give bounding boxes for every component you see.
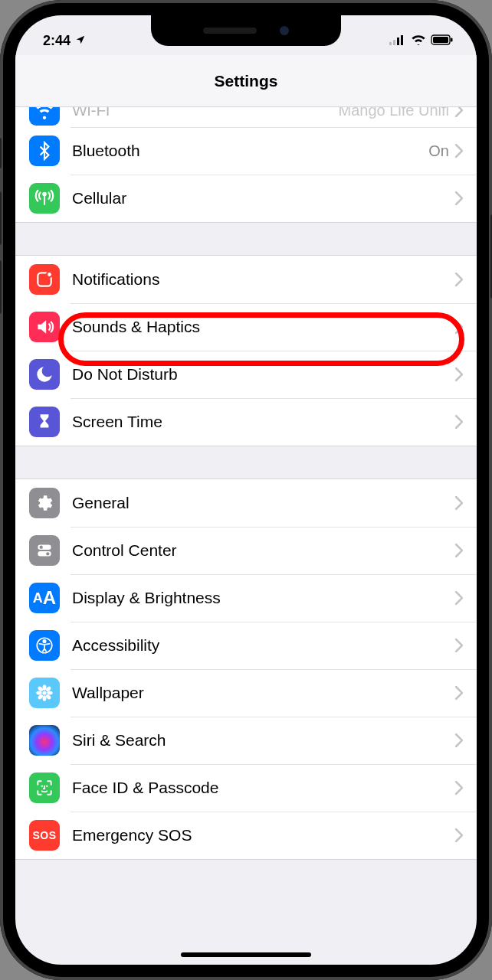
row-label: Siri & Search [72, 731, 455, 750]
chevron-right-icon [455, 191, 463, 205]
row-label: Bluetooth [72, 142, 428, 160]
status-right [389, 33, 454, 49]
chevron-right-icon [455, 544, 463, 557]
row-label: Wallpaper [72, 684, 455, 702]
row-wifi[interactable]: Wi-Fi Mango Life Unifi [15, 107, 477, 127]
chevron-right-icon [455, 320, 463, 334]
screen: 2:44 Settings [15, 15, 477, 965]
row-label: Accessibility [72, 636, 455, 655]
accessibility-icon [29, 630, 60, 661]
earpiece-speaker [203, 28, 257, 34]
notification-icon [29, 264, 60, 295]
status-time: 2:44 [43, 33, 71, 49]
front-camera [280, 26, 289, 35]
navigation-bar: Settings [15, 55, 477, 107]
row-label: Face ID & Passcode [72, 779, 455, 797]
row-label: Cellular [72, 189, 455, 207]
row-general[interactable]: General [15, 479, 477, 527]
notch [151, 15, 341, 46]
row-label: Display & Brightness [72, 589, 455, 607]
chevron-right-icon [455, 107, 463, 117]
chevron-right-icon [455, 591, 463, 605]
row-value: Mango Life Unifi [338, 107, 449, 119]
svg-point-25 [38, 733, 51, 746]
row-sounds-haptics[interactable]: Sounds & Haptics [15, 303, 477, 351]
group-notifications: Notifications Sounds & Haptics Do Not Di… [15, 255, 477, 446]
row-label: Emergency SOS [72, 826, 455, 844]
svg-point-18 [43, 695, 47, 701]
gear-icon [29, 488, 60, 518]
switches-icon [29, 535, 60, 566]
row-label: Notifications [72, 270, 455, 289]
sos-icon: SOS [29, 820, 60, 851]
svg-rect-3 [401, 35, 403, 45]
svg-point-17 [43, 684, 47, 690]
row-label: Sounds & Haptics [72, 318, 455, 336]
svg-rect-5 [433, 37, 448, 43]
row-emergency-sos[interactable]: SOS Emergency SOS [15, 812, 477, 859]
wifi-icon [29, 107, 60, 126]
svg-point-13 [46, 552, 49, 555]
wifi-status-icon [411, 33, 426, 49]
row-cellular[interactable]: Cellular [15, 175, 477, 222]
aa-icon: AA [29, 583, 60, 613]
home-indicator[interactable] [181, 952, 311, 957]
row-label: General [72, 494, 455, 512]
hourglass-icon [29, 407, 60, 437]
bluetooth-icon [29, 136, 60, 166]
speaker-icon [29, 312, 60, 342]
svg-point-7 [43, 193, 45, 195]
chevron-right-icon [455, 496, 463, 510]
row-screen-time[interactable]: Screen Time [15, 398, 477, 446]
status-left: 2:44 [43, 33, 86, 49]
svg-point-11 [40, 546, 43, 549]
row-notifications[interactable]: Notifications [15, 256, 477, 303]
settings-scroll-area[interactable]: Wi-Fi Mango Life Unifi Bluetooth On [15, 107, 477, 965]
svg-point-27 [47, 786, 48, 787]
volume-down-button [0, 260, 2, 314]
chevron-right-icon [455, 686, 463, 700]
chevron-right-icon [455, 144, 463, 158]
group-general: General Control Center AA Display & Brig… [15, 479, 477, 860]
chevron-right-icon [455, 781, 463, 795]
row-face-id-passcode[interactable]: Face ID & Passcode [15, 764, 477, 812]
svg-rect-1 [393, 40, 395, 45]
svg-point-16 [42, 691, 46, 694]
chevron-right-icon [455, 828, 463, 842]
group-gap [15, 223, 477, 255]
svg-point-15 [43, 640, 45, 642]
row-label: Do Not Disturb [72, 365, 455, 384]
chevron-right-icon [455, 415, 463, 429]
siri-icon [29, 725, 60, 756]
svg-rect-2 [397, 38, 399, 45]
moon-icon [29, 359, 60, 390]
row-value: On [428, 142, 449, 160]
row-label: Control Center [72, 541, 455, 560]
chevron-right-icon [455, 639, 463, 652]
device-frame: 2:44 Settings [0, 0, 492, 980]
row-siri-search[interactable]: Siri & Search [15, 717, 477, 764]
row-label: Screen Time [72, 413, 455, 431]
cellular-signal-icon [389, 33, 406, 49]
row-label: Wi-Fi [72, 107, 338, 119]
chevron-right-icon [455, 273, 463, 286]
chevron-right-icon [455, 733, 463, 747]
svg-point-19 [36, 691, 41, 695]
row-bluetooth[interactable]: Bluetooth On [15, 127, 477, 175]
flower-icon [29, 678, 60, 708]
row-do-not-disturb[interactable]: Do Not Disturb [15, 351, 477, 398]
row-display-brightness[interactable]: AA Display & Brightness [15, 574, 477, 622]
battery-icon [431, 33, 454, 49]
svg-point-20 [47, 691, 52, 695]
row-wallpaper[interactable]: Wallpaper [15, 669, 477, 717]
antenna-icon [29, 183, 60, 214]
volume-up-button [0, 191, 2, 245]
group-gap [15, 446, 477, 479]
svg-point-9 [47, 272, 52, 277]
page-title: Settings [215, 72, 278, 90]
location-arrow-icon [75, 34, 86, 47]
row-accessibility[interactable]: Accessibility [15, 622, 477, 669]
group-connectivity: Wi-Fi Mango Life Unifi Bluetooth On [15, 107, 477, 223]
svg-rect-0 [389, 42, 392, 45]
row-control-center[interactable]: Control Center [15, 527, 477, 574]
